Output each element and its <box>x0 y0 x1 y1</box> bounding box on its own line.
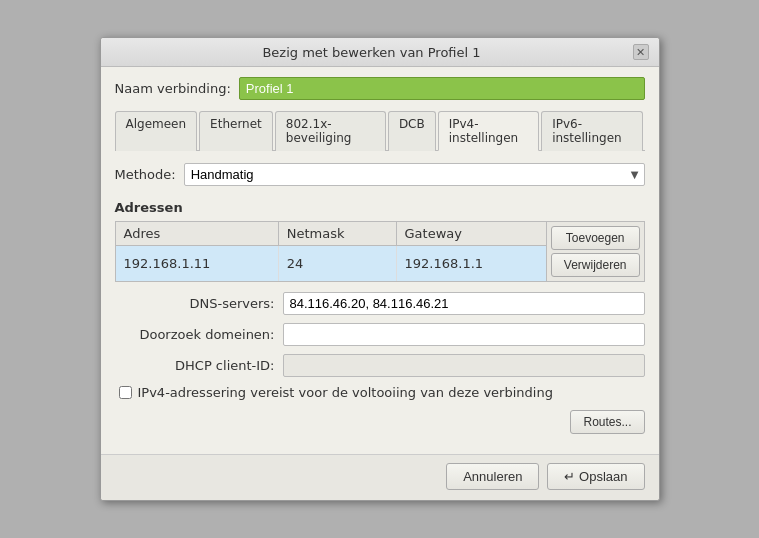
col-netmask: Netmask <box>278 222 396 246</box>
dns-servers-row: DNS-servers: <box>115 292 645 315</box>
table-header-row: Adres Netmask Gateway <box>116 222 546 246</box>
address-table-container: Adres Netmask Gateway 192.168.1.11 24 19… <box>115 221 645 282</box>
address-table: Adres Netmask Gateway 192.168.1.11 24 19… <box>116 222 546 281</box>
connection-name-label: Naam verbinding: <box>115 81 231 96</box>
tab-8021x[interactable]: 802.1x-beveiliging <box>275 111 386 151</box>
add-button[interactable]: Toevoegen <box>551 226 640 250</box>
routes-button[interactable]: Routes... <box>570 410 644 434</box>
close-button[interactable]: ✕ <box>633 44 649 60</box>
table-buttons: Toevoegen Verwijderen <box>546 222 644 281</box>
save-button[interactable]: ↵ Opslaan <box>547 463 644 490</box>
dhcp-client-id-label: DHCP client-ID: <box>115 358 275 373</box>
title-bar: Bezig met bewerken van Profiel 1 ✕ <box>101 38 659 67</box>
adressen-title: Adressen <box>115 200 645 215</box>
routes-row: Routes... <box>115 410 645 434</box>
ipv4-required-checkbox[interactable] <box>119 386 132 399</box>
dhcp-client-id-row: DHCP client-ID: <box>115 354 645 377</box>
tab-dcb[interactable]: DCB <box>388 111 436 151</box>
col-adres: Adres <box>116 222 279 246</box>
dns-servers-label: DNS-servers: <box>115 296 275 311</box>
dialog-body: Naam verbinding: Algemeen Ethernet 802.1… <box>101 67 659 454</box>
main-dialog: Bezig met bewerken van Profiel 1 ✕ Naam … <box>100 37 660 501</box>
dns-servers-input[interactable] <box>283 292 645 315</box>
tab-ipv4[interactable]: IPv4-instellingen <box>438 111 539 151</box>
methode-select-wrapper: Handmatig Automatisch (DHCP) Alleen loka… <box>184 163 645 186</box>
ipv4-required-label: IPv4-adressering vereist voor de voltooi… <box>138 385 553 400</box>
methode-select[interactable]: Handmatig Automatisch (DHCP) Alleen loka… <box>184 163 645 186</box>
doorzoek-domeinen-label: Doorzoek domeinen: <box>115 327 275 342</box>
doorzoek-domeinen-row: Doorzoek domeinen: <box>115 323 645 346</box>
methode-row: Methode: Handmatig Automatisch (DHCP) Al… <box>115 163 645 186</box>
cancel-button[interactable]: Annuleren <box>446 463 539 490</box>
cell-adres: 192.168.1.11 <box>116 246 279 282</box>
connection-name-row: Naam verbinding: <box>115 77 645 100</box>
tab-ipv6[interactable]: IPv6-instellingen <box>541 111 642 151</box>
ipv4-required-row: IPv4-adressering vereist voor de voltooi… <box>115 385 645 400</box>
tab-ethernet[interactable]: Ethernet <box>199 111 273 151</box>
col-gateway: Gateway <box>396 222 546 246</box>
tab-bar: Algemeen Ethernet 802.1x-beveiliging DCB… <box>115 110 645 151</box>
remove-button[interactable]: Verwijderen <box>551 253 640 277</box>
dialog-footer: Annuleren ↵ Opslaan <box>101 454 659 500</box>
doorzoek-domeinen-input[interactable] <box>283 323 645 346</box>
cell-netmask: 24 <box>278 246 396 282</box>
cell-gateway: 192.168.1.1 <box>396 246 546 282</box>
dialog-title: Bezig met bewerken van Profiel 1 <box>111 45 633 60</box>
connection-name-input[interactable] <box>239 77 645 100</box>
methode-label: Methode: <box>115 167 176 182</box>
dhcp-client-id-input <box>283 354 645 377</box>
table-row[interactable]: 192.168.1.11 24 192.168.1.1 <box>116 246 546 282</box>
tab-algemeen[interactable]: Algemeen <box>115 111 198 151</box>
